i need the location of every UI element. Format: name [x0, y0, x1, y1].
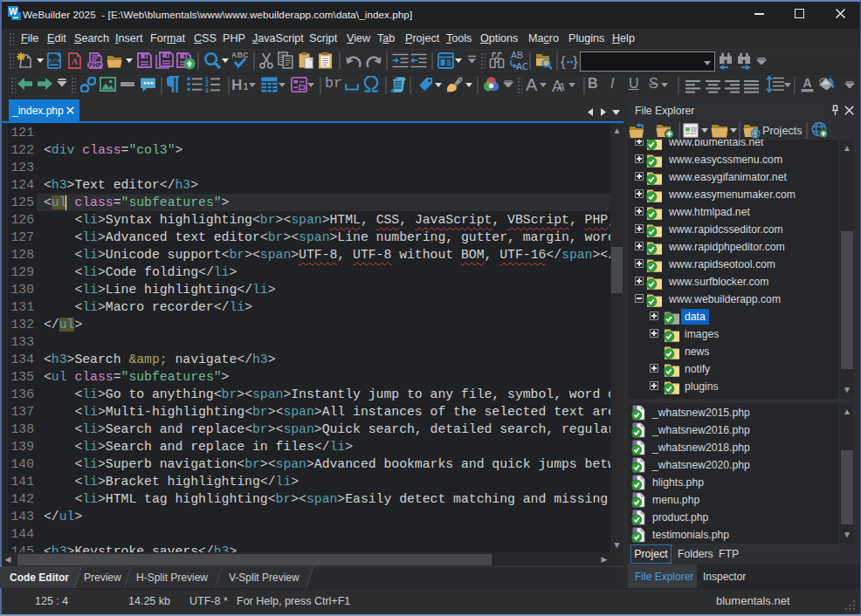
svg-text:A: A: [526, 75, 538, 92]
svg-text:3: 3: [205, 87, 209, 92]
svg-text:}: }: [573, 53, 578, 70]
svg-text:ABC: ABC: [232, 51, 248, 59]
svg-text:H: H: [231, 77, 242, 92]
svg-text:A: A: [71, 56, 78, 66]
svg-text:AC: AC: [516, 61, 527, 72]
svg-text:A: A: [802, 76, 811, 90]
svg-text:AB: AB: [511, 50, 523, 60]
svg-text:A: A: [556, 81, 567, 92]
svg-text:{: {: [561, 53, 566, 70]
svg-text:PHP: PHP: [88, 62, 101, 68]
svg-text:</>: </>: [48, 57, 61, 65]
svg-text:W: W: [9, 7, 17, 17]
